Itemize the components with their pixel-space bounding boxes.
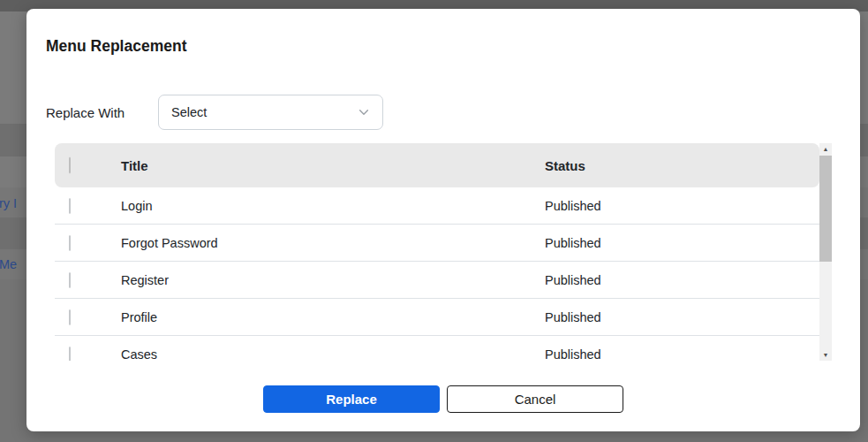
row-status: Published (545, 273, 601, 287)
pages-table: Title Status Login Published Forgot Pass… (55, 143, 819, 361)
row-checkbox[interactable] (69, 198, 71, 214)
column-header-title: Title (121, 158, 148, 173)
background-link-partial: Me (0, 257, 17, 271)
cancel-button[interactable]: Cancel (447, 385, 623, 413)
scroll-down-icon[interactable]: ▼ (819, 349, 832, 361)
select-value: Select (171, 105, 358, 119)
row-title: Login (121, 199, 152, 213)
table-row[interactable]: Profile Published (55, 299, 819, 336)
replace-with-select[interactable]: Select (158, 95, 383, 130)
row-checkbox[interactable] (69, 272, 71, 288)
row-checkbox[interactable] (69, 235, 71, 251)
scroll-up-icon[interactable]: ▲ (819, 143, 832, 155)
replace-button[interactable]: Replace (263, 385, 440, 413)
row-status: Published (545, 347, 601, 362)
table-header-row: Title Status (55, 143, 819, 187)
column-header-status: Status (545, 158, 585, 173)
row-title: Forgot Password (121, 236, 218, 250)
select-all-checkbox[interactable] (69, 157, 71, 174)
row-title: Register (121, 273, 169, 287)
replace-with-row: Replace With Select (46, 95, 383, 130)
background-link-partial: ry I (0, 196, 17, 210)
replace-with-label: Replace With (46, 105, 158, 120)
dialog-title: Menu Replacement (46, 37, 186, 56)
table-row[interactable]: Forgot Password Published (55, 225, 819, 262)
row-status: Published (545, 199, 601, 213)
row-title: Cases (121, 347, 157, 362)
table-body: Login Published Forgot Password Publishe… (55, 187, 819, 361)
table-row[interactable]: Login Published (55, 187, 819, 225)
table-scrollbar[interactable]: ▲ ▼ (819, 143, 832, 361)
table-row[interactable]: Cases Published (55, 336, 819, 361)
row-title: Profile (121, 310, 157, 324)
menu-replacement-dialog: Menu Replacement Replace With Select Tit… (26, 9, 860, 431)
row-checkbox[interactable] (69, 309, 71, 325)
scrollbar-thumb[interactable] (819, 156, 832, 262)
row-status: Published (545, 236, 601, 250)
chevron-down-icon (358, 106, 370, 118)
row-status: Published (545, 310, 601, 324)
row-checkbox[interactable] (69, 347, 71, 362)
table-row[interactable]: Register Published (55, 262, 819, 299)
dialog-footer: Replace Cancel (26, 385, 860, 413)
